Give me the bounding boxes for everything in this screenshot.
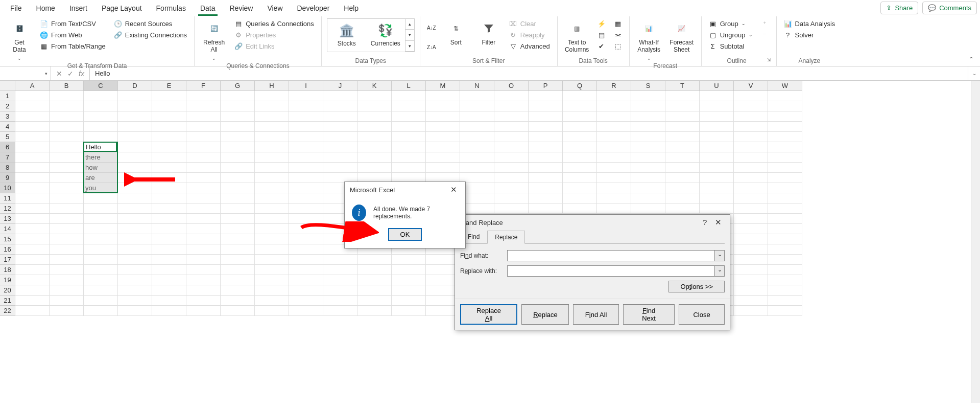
cell-L5[interactable]	[392, 132, 426, 142]
column-header-K[interactable]: K	[357, 81, 392, 91]
cell-C21[interactable]	[84, 296, 118, 306]
close-button[interactable]: Close	[679, 304, 725, 325]
cell-A2[interactable]	[15, 101, 50, 111]
cell-H6[interactable]	[255, 142, 289, 152]
cell-M8[interactable]	[426, 163, 460, 173]
cell-D22[interactable]	[118, 306, 152, 316]
forecast-sheet-button[interactable]: 📈Forecast Sheet	[667, 18, 696, 61]
cell-S6[interactable]	[631, 142, 665, 152]
cell-J20[interactable]	[323, 285, 357, 296]
cell-P12[interactable]	[529, 204, 563, 214]
row-header-12[interactable]: 12	[0, 204, 15, 214]
cell-I10[interactable]	[289, 183, 323, 193]
cell-N5[interactable]	[460, 132, 494, 142]
column-header-B[interactable]: B	[50, 81, 84, 91]
cell-G20[interactable]	[221, 285, 255, 296]
column-header-T[interactable]: T	[665, 81, 700, 91]
from-web-button[interactable]: 🌐From Web	[38, 30, 108, 40]
cell-F19[interactable]	[186, 275, 221, 285]
cell-K21[interactable]	[357, 296, 392, 306]
cell-M6[interactable]	[426, 142, 460, 152]
from-textcsv-button[interactable]: 📄From Text/CSV	[38, 18, 108, 29]
cell-E22[interactable]	[152, 306, 186, 316]
row-header-15[interactable]: 15	[0, 234, 15, 244]
cell-R12[interactable]	[597, 204, 631, 214]
cell-A18[interactable]	[15, 265, 50, 275]
cell-T6[interactable]	[665, 142, 700, 152]
cell-H11[interactable]	[255, 193, 289, 204]
cell-M3[interactable]	[426, 111, 460, 122]
cell-E15[interactable]	[152, 234, 186, 244]
row-header-13[interactable]: 13	[0, 214, 15, 224]
cell-L7[interactable]	[392, 152, 426, 163]
cell-L6[interactable]	[392, 142, 426, 152]
cell-L20[interactable]	[392, 285, 426, 296]
replace-with-input[interactable]	[507, 265, 725, 277]
column-header-I[interactable]: I	[289, 81, 323, 91]
cell-G4[interactable]	[221, 122, 255, 132]
row-header-9[interactable]: 9	[0, 173, 15, 183]
row-header-19[interactable]: 19	[0, 275, 15, 285]
cell-C17[interactable]	[84, 255, 118, 265]
cell-B7[interactable]	[50, 152, 84, 163]
comments-button[interactable]: 💬Comments	[922, 2, 977, 14]
queries-connections-button[interactable]: ▤Queries & Connections	[232, 18, 316, 29]
cell-P8[interactable]	[529, 163, 563, 173]
cell-D19[interactable]	[118, 275, 152, 285]
cell-F10[interactable]	[186, 183, 221, 193]
cell-K6[interactable]	[357, 142, 392, 152]
cell-R2[interactable]	[597, 101, 631, 111]
cell-H16[interactable]	[255, 244, 289, 255]
cell-E4[interactable]	[152, 122, 186, 132]
cell-V10[interactable]	[734, 183, 768, 193]
cell-D15[interactable]	[118, 234, 152, 244]
cell-I1[interactable]	[289, 91, 323, 101]
replace-button[interactable]: Replace	[521, 304, 569, 325]
cell-I6[interactable]	[289, 142, 323, 152]
cell-T5[interactable]	[665, 132, 700, 142]
cell-N3[interactable]	[460, 111, 494, 122]
cell-F17[interactable]	[186, 255, 221, 265]
cell-B1[interactable]	[50, 91, 84, 101]
refresh-all-button[interactable]: 🔄Refresh All⌄	[200, 18, 228, 61]
cell-E13[interactable]	[152, 214, 186, 224]
cell-B14[interactable]	[50, 224, 84, 234]
collapse-ribbon-button[interactable]: ⌃	[969, 56, 974, 63]
cell-S8[interactable]	[631, 163, 665, 173]
cell-S10[interactable]	[631, 183, 665, 193]
cell-F21[interactable]	[186, 296, 221, 306]
cell-L22[interactable]	[392, 306, 426, 316]
cell-I5[interactable]	[289, 132, 323, 142]
consolidate-button[interactable]: ▦	[612, 18, 624, 29]
cell-G12[interactable]	[221, 204, 255, 214]
cell-A21[interactable]	[15, 296, 50, 306]
cell-B3[interactable]	[50, 111, 84, 122]
cell-C4[interactable]	[84, 122, 118, 132]
cell-D7[interactable]	[118, 152, 152, 163]
cell-W10[interactable]	[768, 183, 802, 193]
replace-tab[interactable]: Replace	[487, 231, 525, 244]
cell-D6[interactable]	[118, 142, 152, 152]
row-header-14[interactable]: 14	[0, 224, 15, 234]
cell-I20[interactable]	[289, 285, 323, 296]
cell-V21[interactable]	[734, 296, 768, 306]
show-detail-button[interactable]: ⁺	[759, 18, 771, 29]
tab-home[interactable]: Home	[29, 1, 62, 15]
cell-E3[interactable]	[152, 111, 186, 122]
cell-E5[interactable]	[152, 132, 186, 142]
data-analysis-button[interactable]: 📊Data Analysis	[782, 18, 838, 29]
cell-S3[interactable]	[631, 111, 665, 122]
cell-R5[interactable]	[597, 132, 631, 142]
cell-C12[interactable]	[84, 204, 118, 214]
cell-M7[interactable]	[426, 152, 460, 163]
cell-W18[interactable]	[768, 265, 802, 275]
cell-K19[interactable]	[357, 275, 392, 285]
cell-A19[interactable]	[15, 275, 50, 285]
cell-E20[interactable]	[152, 285, 186, 296]
cell-C3[interactable]	[84, 111, 118, 122]
cell-A3[interactable]	[15, 111, 50, 122]
cell-A10[interactable]	[15, 183, 50, 193]
cell-U2[interactable]	[700, 101, 734, 111]
cell-V13[interactable]	[734, 214, 768, 224]
cell-H2[interactable]	[255, 101, 289, 111]
